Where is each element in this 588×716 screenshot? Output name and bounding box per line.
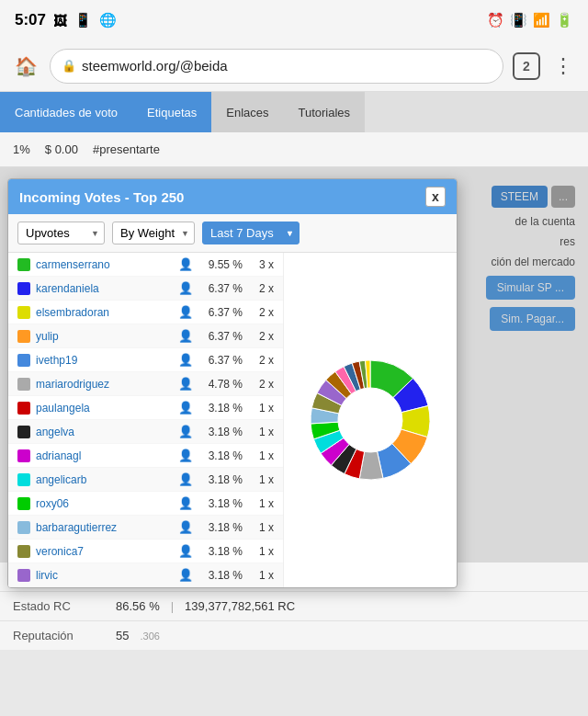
vote-name[interactable]: paulangela	[36, 402, 173, 415]
url-box[interactable]: 🔒 steemworld.org/@beida	[50, 49, 503, 84]
vote-name[interactable]: lirvic	[36, 569, 173, 582]
rep-value: 55	[116, 629, 129, 642]
vote-count: 2 x	[248, 306, 274, 319]
tabs-row: Cantidades de voto Etiquetas Enlaces Tut…	[0, 92, 588, 132]
vote-name[interactable]: adrianagl	[36, 449, 173, 462]
sort-filter[interactable]: By Weight By Count	[112, 222, 195, 244]
bg-content: STEEM ... de la cuenta res ción del merc…	[0, 167, 588, 563]
vote-count: 1 x	[248, 473, 274, 486]
vote-color-dot	[17, 521, 30, 534]
vote-row: elsembradoran 👤 6.37 % 2 x	[8, 301, 283, 324]
vote-pct: 3.18 %	[198, 497, 243, 510]
vote-row: angelicarb 👤 3.18 % 1 x	[8, 468, 283, 492]
vote-count: 1 x	[248, 521, 274, 534]
vote-row: yulip 👤 6.37 % 2 x	[8, 324, 283, 348]
vote-count: 2 x	[248, 330, 274, 343]
vote-row: angelva 👤 3.18 % 1 x	[8, 420, 283, 444]
photo-icon: 🖼	[53, 13, 67, 28]
vote-row: ivethp19 👤 6.37 % 2 x	[8, 348, 283, 372]
vote-name[interactable]: roxy06	[36, 497, 173, 510]
person-icon: 👤	[178, 520, 193, 534]
vote-pct: 3.18 %	[198, 545, 243, 558]
vote-color-dot	[17, 426, 30, 438]
vote-pct: 3.18 %	[198, 473, 243, 486]
vote-name[interactable]: mariarodriguez	[36, 378, 173, 391]
vote-name[interactable]: angelva	[36, 426, 173, 438]
battery-icon: 🔋	[556, 12, 573, 28]
tab-enlaces[interactable]: Enlaces	[211, 92, 283, 132]
rc-label: Estado RC	[13, 599, 105, 613]
vote-name[interactable]: veronica7	[36, 545, 173, 558]
home-button[interactable]: 🏠	[11, 51, 40, 81]
vote-row: mariarodriguez 👤 4.78 % 2 x	[8, 372, 283, 396]
vote-count: 2 x	[248, 354, 274, 367]
vote-color-dot	[17, 402, 30, 415]
vote-pct: 6.37 %	[198, 306, 243, 319]
vote-name[interactable]: barbaragutierrez	[36, 521, 173, 534]
vote-color-dot	[17, 378, 30, 391]
vote-name[interactable]: karendaniela	[36, 282, 173, 295]
person-icon: 👤	[178, 568, 193, 582]
person-icon: 👤	[178, 496, 193, 510]
vote-pct: 6.37 %	[198, 330, 243, 343]
menu-button[interactable]: ⋮	[549, 54, 577, 78]
vote-color-dot	[17, 473, 30, 486]
vote-count: 1 x	[248, 497, 274, 510]
tab-tutoriales[interactable]: Tutoriales	[283, 92, 365, 132]
tab-etiquetas[interactable]: Etiquetas	[132, 92, 211, 132]
vote-name[interactable]: carmenserrano	[36, 258, 173, 271]
vote-color-dot	[17, 545, 30, 558]
vote-count: 2 x	[248, 282, 274, 295]
url-text: steemworld.org/@beida	[82, 58, 492, 74]
person-icon: 👤	[178, 353, 193, 367]
vote-pct: 3.18 %	[198, 449, 243, 462]
vote-color-dot	[17, 282, 30, 295]
tab-cantidades[interactable]: Cantidades de voto	[0, 92, 132, 132]
tag-value: #presentarte	[93, 142, 160, 156]
signal-icon: 📶	[533, 12, 550, 28]
vote-pct: 3.18 %	[198, 521, 243, 534]
browser-icon: 🌐	[99, 12, 117, 28]
vote-row: adrianagl 👤 3.18 % 1 x	[8, 444, 283, 468]
percent-value: 1%	[13, 142, 30, 156]
rep-decimal: .306	[140, 631, 159, 642]
modal-header: Incoming Votes - Top 250 x	[8, 179, 457, 214]
vote-name[interactable]: angelicarb	[36, 473, 173, 486]
incoming-votes-modal: Incoming Votes - Top 250 x Upvotes Downv…	[7, 178, 458, 588]
vote-row: veronica7 👤 3.18 % 1 x	[8, 540, 283, 563]
person-icon: 👤	[178, 257, 193, 271]
modal-close-button[interactable]: x	[425, 187, 446, 207]
phone-icon: 📱	[74, 12, 92, 28]
period-filter[interactable]: Last 7 Days Last 30 Days All Time	[202, 222, 300, 244]
vote-pct: 3.18 %	[198, 426, 243, 438]
filter-row: Upvotes Downvotes By Weight By Count Las…	[8, 214, 457, 253]
vote-color-dot	[17, 449, 30, 462]
sort-filter-wrapper: By Weight By Count	[112, 222, 195, 244]
vote-pct: 4.78 %	[198, 378, 243, 391]
person-icon: 👤	[178, 305, 193, 319]
vote-name[interactable]: yulip	[36, 330, 173, 343]
vote-color-dot	[17, 569, 30, 582]
tab-count[interactable]: 2	[513, 52, 540, 80]
status-right: ⏰ 📳 📶 🔋	[487, 12, 573, 28]
home-icon: 🏠	[15, 55, 38, 77]
vote-name[interactable]: ivethp19	[36, 354, 173, 367]
vote-color-dot	[17, 330, 30, 343]
vote-pct: 3.18 %	[198, 569, 243, 582]
person-icon: 👤	[178, 329, 193, 343]
person-icon: 👤	[178, 449, 193, 462]
vote-row: lirvic 👤 3.18 % 1 x	[8, 563, 283, 587]
status-left: 5:07 🖼 📱 🌐	[15, 11, 117, 29]
type-filter[interactable]: Upvotes Downvotes	[17, 222, 105, 244]
modal-body: carmenserrano 👤 9.55 % 3 x karendaniela …	[8, 253, 457, 587]
rep-row: Reputación 55 .306	[0, 621, 588, 650]
chart-area	[284, 253, 457, 587]
person-icon: 👤	[178, 377, 193, 391]
vote-pct: 6.37 %	[198, 354, 243, 367]
vote-color-dot	[17, 258, 30, 271]
main-content: Cantidades de voto Etiquetas Enlaces Tut…	[0, 92, 588, 650]
donut-chart	[297, 347, 444, 494]
vote-name[interactable]: elsembradoran	[36, 306, 173, 319]
vote-row: karendaniela 👤 6.37 % 2 x	[8, 277, 283, 301]
vote-color-dot	[17, 306, 30, 319]
